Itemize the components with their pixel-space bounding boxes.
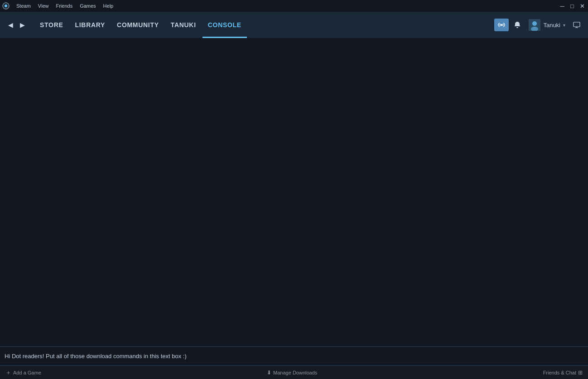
menu-view[interactable]: View <box>34 2 53 10</box>
close-button[interactable]: ✕ <box>578 2 586 10</box>
friends-chat-icon: ⊞ <box>578 369 583 376</box>
title-bar: Steam View Friends Games Help ─ □ ✕ <box>0 0 588 12</box>
friends-chat-button[interactable]: Friends & Chat ⊞ <box>543 369 583 376</box>
friends-chat-label: Friends & Chat <box>543 370 576 375</box>
user-profile[interactable]: Tanuki ▾ <box>526 17 568 33</box>
download-icon: ⬇ <box>267 369 271 376</box>
nav-community[interactable]: COMMUNITY <box>111 12 164 38</box>
title-bar-right: ─ □ ✕ <box>558 2 586 10</box>
manage-downloads-label: Manage Downloads <box>273 370 317 375</box>
status-bar: ＋ Add a Game ⬇ Manage Downloads Friends … <box>0 365 588 379</box>
console-input-bar <box>0 346 588 365</box>
back-button[interactable]: ◀ <box>5 20 15 30</box>
status-bar-left: ＋ Add a Game <box>5 369 41 377</box>
minimize-button[interactable]: ─ <box>558 2 566 10</box>
menu-friends[interactable]: Friends <box>52 2 76 10</box>
main-content <box>0 38 588 346</box>
user-dropdown-arrow-icon: ▾ <box>563 23 565 28</box>
avatar <box>529 19 540 31</box>
nav-library[interactable]: LIBRARY <box>69 12 111 38</box>
nav-console[interactable]: CONSOLE <box>202 12 247 38</box>
nav-right: Tanuki ▾ <box>494 17 583 33</box>
svg-point-3 <box>532 21 537 26</box>
broadcast-button[interactable] <box>494 19 509 31</box>
add-icon: ＋ <box>5 369 11 377</box>
console-area <box>0 38 588 346</box>
svg-rect-5 <box>574 22 580 27</box>
maximize-button[interactable]: □ <box>568 2 576 10</box>
add-game-button[interactable]: ＋ Add a Game <box>5 369 41 377</box>
nav-tanuki[interactable]: TANUKI <box>165 12 202 38</box>
nav-back-forward: ◀ ▶ <box>5 20 27 30</box>
nav-bar: ◀ ▶ STORE LIBRARY COMMUNITY TANUKI CONSO… <box>0 12 588 38</box>
menu-steam[interactable]: Steam <box>13 2 34 10</box>
menu-help[interactable]: Help <box>100 2 117 10</box>
monitor-button[interactable] <box>571 19 583 31</box>
title-bar-menu: Steam View Friends Games Help <box>13 2 117 10</box>
menu-games[interactable]: Games <box>76 2 99 10</box>
add-game-label: Add a Game <box>13 370 41 375</box>
console-input[interactable] <box>5 353 583 360</box>
svg-point-1 <box>5 5 7 7</box>
avatar-image <box>529 19 540 31</box>
user-name: Tanuki <box>543 22 560 29</box>
steam-logo-icon <box>2 2 10 10</box>
notification-button[interactable] <box>511 19 523 31</box>
title-bar-left: Steam View Friends Games Help <box>2 2 117 10</box>
forward-button[interactable]: ▶ <box>17 20 27 30</box>
nav-store[interactable]: STORE <box>34 12 68 38</box>
nav-links: STORE LIBRARY COMMUNITY TANUKI CONSOLE <box>34 12 247 38</box>
manage-downloads-button[interactable]: ⬇ Manage Downloads <box>267 369 317 376</box>
